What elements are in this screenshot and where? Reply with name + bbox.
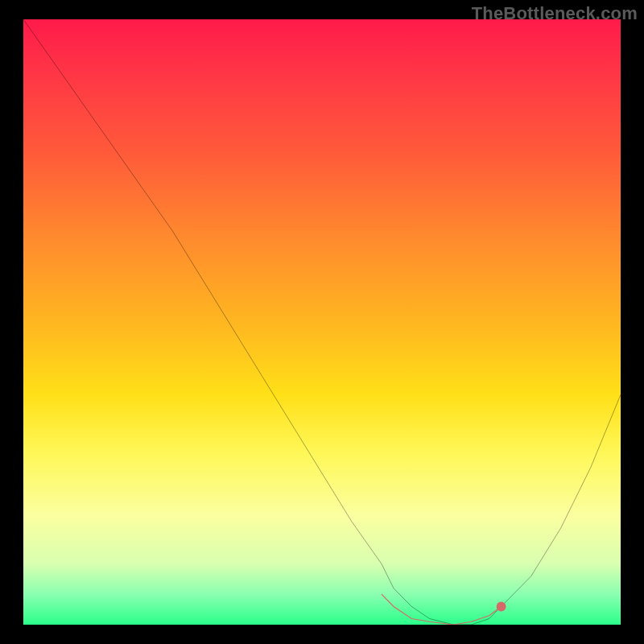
valley-highlight [382,594,501,625]
chart-container: TheBottleneck.com [0,0,644,644]
bottleneck-curve-svg [23,19,621,625]
valley-end-dot [497,601,506,611]
plot-gradient-area [23,19,621,625]
bottleneck-curve [23,19,621,625]
watermark-text: TheBottleneck.com [472,3,638,24]
